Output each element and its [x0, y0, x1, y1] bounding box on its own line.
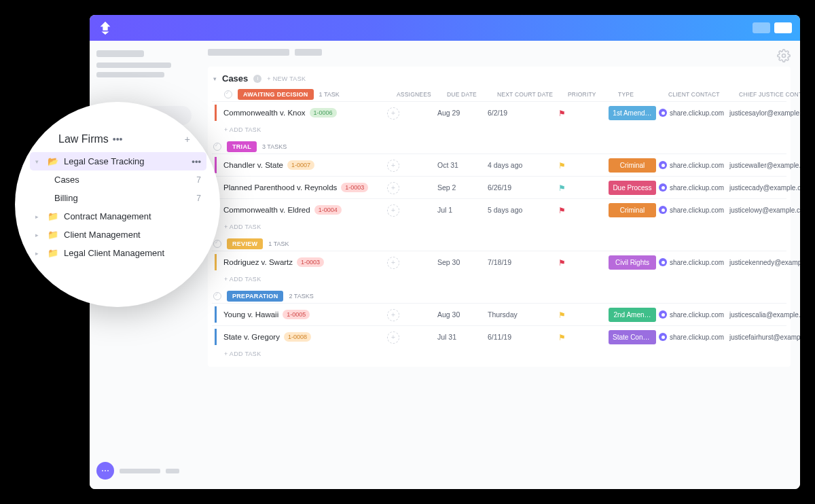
due-date-cell[interactable]: Jul 31: [437, 333, 485, 341]
task-row[interactable]: Rodriguez v. Swartz 1-0003 + Sep 30 7/18…: [212, 251, 786, 273]
due-date-cell[interactable]: Aug 29: [437, 109, 485, 117]
type-badge[interactable]: State Cons…: [609, 330, 656, 344]
task-row[interactable]: Young v. Hawaii 1-0005 + Aug 30 Thursday…: [212, 303, 786, 325]
info-icon[interactable]: i: [253, 75, 261, 83]
priority-flag-icon[interactable]: ⚑: [558, 333, 566, 342]
chief-justice-cell[interactable]: justicecady@example.com: [729, 184, 800, 192]
due-date-cell[interactable]: Oct 31: [437, 161, 485, 169]
space-more-icon[interactable]: •••: [113, 134, 123, 144]
sidebar-folder-item[interactable]: ▸📁Legal Client Management: [30, 244, 206, 262]
add-task-button[interactable]: + ADD TASK: [212, 221, 786, 234]
type-badge[interactable]: Criminal: [609, 203, 656, 217]
sidebar-skeleton: [96, 62, 171, 68]
assignee-add-icon[interactable]: +: [387, 182, 399, 194]
next-court-cell[interactable]: Thursday: [488, 310, 556, 319]
next-court-cell[interactable]: 6/26/19: [488, 183, 556, 192]
next-court-cell[interactable]: 4 days ago: [488, 161, 556, 169]
client-contact-cell[interactable]: share.clickup.com: [659, 206, 727, 214]
header-control-2[interactable]: [774, 22, 792, 33]
case-id-badge: 1-0003: [297, 257, 324, 267]
client-contact-cell[interactable]: share.clickup.com: [659, 161, 727, 169]
add-task-button[interactable]: + ADD TASK: [212, 348, 786, 361]
status-toggle[interactable]: [213, 292, 221, 300]
sidebar-item-label: Contract Management: [64, 211, 151, 221]
type-badge[interactable]: Criminal: [609, 158, 656, 173]
new-task-button[interactable]: + NEW TASK: [267, 75, 306, 82]
due-date-cell[interactable]: Aug 30: [437, 310, 485, 319]
sidebar-item-label: Legal Case Tracking: [64, 156, 145, 166]
item-more-icon[interactable]: •••: [192, 156, 201, 166]
next-court-cell[interactable]: 6/2/19: [488, 109, 556, 117]
client-contact-cell[interactable]: share.clickup.com: [659, 183, 727, 192]
assignee-add-icon[interactable]: +: [387, 309, 399, 321]
client-contact-cell[interactable]: share.clickup.com: [659, 310, 727, 319]
due-date-cell[interactable]: Jul 1: [437, 206, 485, 214]
next-court-cell[interactable]: 7/18/19: [488, 258, 556, 266]
assignee-add-icon[interactable]: +: [387, 107, 399, 120]
sidebar-folder-item[interactable]: ▸📁Contract Management: [30, 207, 206, 226]
priority-flag-icon[interactable]: ⚑: [558, 109, 566, 118]
due-date-cell[interactable]: Sep 2: [437, 183, 485, 192]
sidebar-folder-item[interactable]: ▸📁Client Management: [30, 226, 206, 244]
header-control-1[interactable]: [753, 22, 770, 33]
chat-button[interactable]: ⋯: [96, 462, 114, 480]
chief-justice-cell[interactable]: justicescalia@example.com: [729, 311, 800, 319]
add-task-button[interactable]: + ADD TASK: [212, 124, 786, 137]
sidebar-list-item[interactable]: Billing7: [30, 189, 206, 207]
priority-flag-icon[interactable]: ⚑: [558, 258, 566, 268]
task-row[interactable]: State v. Gregory 1-0008 + Jul 31 6/11/19…: [212, 325, 786, 348]
status-pill[interactable]: AWAITING DECISION: [238, 89, 314, 100]
add-space-item-icon[interactable]: +: [185, 134, 190, 145]
type-badge[interactable]: 1st Amend…: [609, 106, 656, 120]
task-name[interactable]: Commonwealth v. Eldred: [223, 206, 310, 214]
sidebar-list-item[interactable]: Cases7: [30, 170, 206, 189]
task-row[interactable]: Planned Parenthood v. Reynolds 1-0003 + …: [212, 176, 786, 198]
status-pill[interactable]: REVIEW: [227, 238, 263, 249]
status-pill[interactable]: TRIAL: [227, 141, 257, 152]
chief-justice-cell[interactable]: justicefairhurst@example.com: [729, 334, 800, 341]
task-name[interactable]: Young v. Hawaii: [223, 310, 278, 319]
client-contact-cell[interactable]: share.clickup.com: [659, 333, 727, 341]
chief-justice-cell[interactable]: justicelowy@example.com: [729, 206, 800, 214]
next-court-cell[interactable]: 6/11/19: [488, 333, 556, 341]
assignee-add-icon[interactable]: +: [387, 204, 399, 217]
space-title[interactable]: Law Firms: [58, 133, 109, 145]
chief-justice-cell[interactable]: justicesaylor@example.com: [729, 109, 800, 117]
type-badge[interactable]: Civil Rights: [609, 255, 656, 270]
client-contact-cell[interactable]: share.clickup.com: [659, 258, 727, 266]
collapse-list-caret[interactable]: ▾: [213, 75, 217, 82]
priority-flag-icon[interactable]: ⚑: [558, 183, 566, 193]
assignee-add-icon[interactable]: +: [387, 160, 399, 172]
priority-flag-icon[interactable]: ⚑: [558, 161, 566, 170]
status-toggle[interactable]: [213, 240, 221, 248]
sidebar-folder-item[interactable]: ▾📂Legal Case Tracking•••: [30, 152, 206, 170]
app-logo-icon: [98, 20, 113, 35]
settings-icon[interactable]: [777, 49, 791, 62]
type-badge[interactable]: Due Process: [609, 181, 656, 195]
task-name[interactable]: State v. Gregory: [223, 333, 280, 341]
task-name[interactable]: Chandler v. State: [223, 161, 283, 169]
task-row[interactable]: Chandler v. State 1-0007 + Oct 31 4 days…: [212, 154, 786, 176]
add-task-button[interactable]: + ADD TASK: [212, 273, 786, 287]
chief-justice-cell[interactable]: justicewaller@example.com: [729, 162, 800, 169]
task-row[interactable]: Commonwealth v. Eldred 1-0004 + Jul 1 5 …: [212, 198, 786, 221]
status-toggle[interactable]: [224, 90, 232, 98]
client-contact-cell[interactable]: share.clickup.com: [659, 109, 727, 117]
assignee-add-icon[interactable]: +: [387, 331, 399, 344]
status-toggle[interactable]: [213, 143, 221, 151]
assignee-add-icon[interactable]: +: [387, 257, 399, 269]
task-name[interactable]: Planned Parenthood v. Reynolds: [223, 183, 337, 192]
status-pill[interactable]: PREPARATION: [227, 291, 283, 302]
svg-point-0: [782, 54, 786, 58]
next-court-cell[interactable]: 5 days ago: [488, 206, 556, 214]
task-name[interactable]: Rodriguez v. Swartz: [223, 258, 293, 266]
type-badge[interactable]: 2nd Amen…: [609, 308, 656, 322]
due-date-cell[interactable]: Sep 30: [437, 258, 485, 266]
chief-justice-cell[interactable]: justicekennedy@example.com: [729, 259, 800, 266]
task-row[interactable]: Commonwealth v. Knox 1-0006 + Aug 29 6/2…: [212, 101, 786, 124]
priority-flag-icon[interactable]: ⚑: [558, 310, 566, 320]
task-count: 1 TASK: [319, 91, 340, 98]
sidebar-item-label: Client Management: [64, 230, 141, 240]
task-name[interactable]: Commonwealth v. Knox: [223, 109, 306, 117]
priority-flag-icon[interactable]: ⚑: [558, 206, 566, 215]
